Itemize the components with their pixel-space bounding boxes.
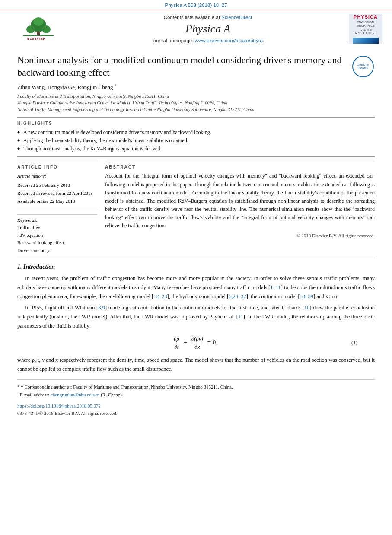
abstract-divider — [17, 258, 375, 258]
check-updates-section: Check for updates — [351, 54, 375, 77]
title-divider — [17, 117, 375, 118]
homepage-section: journal homepage: www.elsevier.com/locat… — [74, 37, 342, 44]
keyword-2: kdV equation — [17, 232, 97, 239]
article-info-label: ARTICLE INFO — [17, 165, 97, 169]
equation-number-1: (1) — [351, 340, 357, 346]
elsevier-logo: ELSEVIER — [21, 17, 56, 41]
authors-line: Zihao Wang, Hongxia Ge, Rongjun Cheng * — [17, 83, 347, 90]
info-sub-divider — [17, 210, 97, 210]
article-info-col: ARTICLE INFO Article history: Received 2… — [17, 161, 97, 254]
available-date: Available online 22 May 2018 — [17, 197, 97, 205]
footnote-star: * * Corresponding author at: Faculty of … — [17, 383, 375, 391]
partial-rhov-fraction: ∂(ρv) ∂x — [191, 335, 203, 350]
article-title-area: Nonlinear analysis for a modified contin… — [17, 54, 347, 113]
elsevier-logo-section: ELSEVIER — [7, 17, 70, 41]
homepage-url[interactable]: www.elsevier.com/locate/physa — [195, 38, 264, 43]
footnote-corresponding-text: * Corresponding author at: Faculty of Ma… — [21, 384, 233, 389]
history-title: Article history: — [17, 172, 97, 180]
highlights-section: HIGHLIGHTS A new continuum model is deve… — [17, 121, 375, 153]
elsevier-tree-icon: ELSEVIER — [21, 17, 56, 41]
sciencedirect-label: Contents lists available at ScienceDirec… — [74, 14, 342, 21]
sciencedirect-link[interactable]: ScienceDirect — [221, 15, 252, 20]
equation-1-math: ∂ρ ∂t + ∂(ρv) ∂x = 0, — [173, 335, 219, 350]
article-title: Nonlinear analysis for a modified contin… — [17, 54, 347, 79]
abstract-col: ABSTRACT Account for the "integral form … — [105, 161, 375, 254]
affiliation-3: National Traffic Management Engineering … — [17, 106, 347, 113]
cover-graphic — [353, 38, 379, 44]
homepage-label: journal homepage: — [152, 38, 193, 43]
ref-8-9[interactable]: 8,9 — [98, 305, 105, 311]
highlights-list: A new continuum model is developed consi… — [17, 128, 375, 153]
partial-rho-fraction: ∂ρ ∂t — [174, 335, 179, 350]
keyword-4: Driver's memory — [17, 247, 97, 255]
journal-title-center: Contents lists available at ScienceDirec… — [74, 14, 342, 44]
abstract-label: ABSTRACT — [105, 165, 375, 169]
authors-text: Zihao Wang, Hongxia Ge, Rongjun Cheng * — [17, 84, 116, 90]
footer-section: * * Corresponding author at: Faculty of … — [17, 379, 375, 415]
email-link[interactable]: chengrunjun@nbu.edu.cn — [51, 392, 99, 397]
equation-1-container: ∂ρ ∂t + ∂(ρv) ∂x = 0, (1) — [35, 335, 357, 350]
footnote-email-line: E-mail address: chengrunjun@nbu.edu.cn (… — [17, 391, 375, 399]
journal-ref-text: Physica A 508 (2018) 18–27 — [165, 3, 227, 8]
svg-point-5 — [33, 17, 44, 26]
article-info-section: ARTICLE INFO Article history: Received 2… — [17, 161, 97, 254]
affiliation-2: Jiangsu Province Collaborative Innovatio… — [17, 99, 347, 106]
svg-text:ELSEVIER: ELSEVIER — [27, 37, 46, 40]
footnote-star-symbol: * — [17, 384, 21, 389]
keywords-section: Keywords: Traffic flow kdV equation Back… — [17, 214, 97, 254]
check-updates-line1: Check for — [357, 63, 369, 67]
journal-ref-bar: Physica A 508 (2018) 18–27 — [0, 0, 392, 10]
article-title-section: Nonlinear analysis for a modified contin… — [17, 54, 375, 113]
affiliations: Faculty of Maritime and Transportation, … — [17, 93, 347, 113]
journal-thumbnail: PHYSICA STATISTICAL MECHANICSAND ITS APP… — [346, 14, 385, 44]
doi-section: https://doi.org/10.1016/j.physa.2018.05.… — [17, 402, 375, 409]
email-suffix: (R. Cheng). — [101, 392, 123, 397]
ref-6-24-32[interactable]: 6,24–32 — [229, 293, 246, 299]
introduction-section: 1. Introduction In recent years, the pro… — [17, 264, 375, 373]
highlight-item-2: Applying the linear stability theory, th… — [17, 137, 375, 145]
intro-paragraph-3: where ρ, t, v and x respectively represe… — [17, 356, 375, 373]
ref-33-39[interactable]: 33–39 — [300, 293, 313, 299]
keywords-list: Traffic flow kdV equation Backward looki… — [17, 224, 97, 254]
page: Physica A 508 (2018) 18–27 ELSEVIER — [0, 0, 392, 535]
revised-date: Received in revised form 22 April 2018 — [17, 189, 97, 197]
highlight-item-3: Through nonlinear analysis, the KdV–Burg… — [17, 145, 375, 153]
issn-text: 0378-4371/© 2018 Elsevier B.V. All right… — [17, 411, 375, 416]
journal-name: Physica A — [74, 22, 342, 35]
keyword-1: Traffic flow — [17, 224, 97, 232]
ref-10[interactable]: 10 — [304, 305, 310, 311]
contents-label: Contents lists available at — [164, 15, 220, 20]
section-title: 1. Introduction — [17, 264, 375, 271]
doi-link[interactable]: https://doi.org/10.1016/j.physa.2018.05.… — [17, 403, 101, 408]
intro-paragraph-2: In 1955, Lighthill and Whitham [8,9] mad… — [17, 303, 375, 330]
article-history: Article history: Received 25 February 20… — [17, 172, 97, 205]
intro-paragraph-1: In recent years, the problem of traffic … — [17, 274, 375, 301]
ref-1-11[interactable]: 1–11 — [270, 284, 281, 290]
highlight-item-1: A new continuum model is developed consi… — [17, 128, 375, 137]
copyright-line: © 2018 Elsevier B.V. All rights reserved… — [105, 233, 375, 238]
info-abstract-cols: ARTICLE INFO Article history: Received 2… — [17, 161, 375, 254]
highlights-divider — [17, 156, 375, 157]
ref-11[interactable]: 11 — [238, 314, 243, 320]
keywords-title: Keywords: — [17, 217, 97, 223]
main-content: Nonlinear analysis for a modified contin… — [0, 48, 392, 422]
abstract-text: Account for the "integral form of optima… — [105, 172, 375, 230]
abstract-section: ABSTRACT Account for the "integral form … — [105, 161, 375, 238]
ref-12-23[interactable]: 12–23 — [153, 293, 167, 299]
journal-header: ELSEVIER Contents lists available at Sci… — [0, 10, 392, 48]
keyword-3: Backward looking effect — [17, 239, 97, 247]
affiliation-1: Faculty of Maritime and Transportation, … — [17, 93, 347, 100]
physica-cover-image: PHYSICA STATISTICAL MECHANICSAND ITS APP… — [349, 14, 382, 44]
highlights-label: HIGHLIGHTS — [17, 121, 375, 126]
check-updates-line2: updates — [358, 67, 368, 70]
received-date: Received 25 February 2018 — [17, 181, 97, 189]
check-updates-badge: Check for updates — [352, 56, 374, 77]
email-label: E-mail address: — [20, 392, 50, 397]
